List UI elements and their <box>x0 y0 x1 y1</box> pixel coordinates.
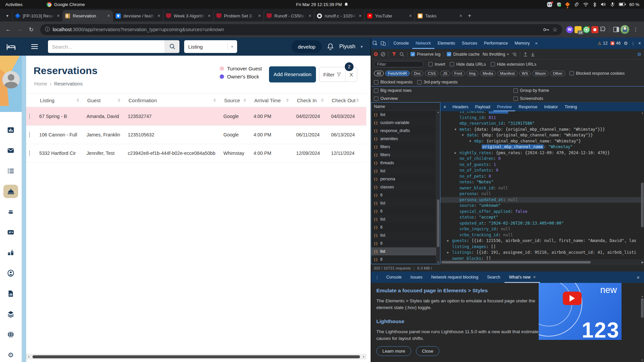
sidebar-item-city[interactable] <box>3 246 18 259</box>
filter-chip[interactable]: WS <box>519 71 531 76</box>
scrollbar-thumb[interactable] <box>641 298 644 318</box>
filter-chip[interactable]: Fetch/XHR <box>385 71 410 76</box>
browser-tab[interactable]: Problem Set 3 - CS × <box>213 10 264 21</box>
search-button[interactable] <box>165 40 179 53</box>
request-row[interactable]: {} amenities <box>371 135 436 143</box>
row-checkbox[interactable] <box>29 113 30 119</box>
expand-icon[interactable]: ▼ <box>454 127 460 133</box>
request-row[interactable]: {} list <box>371 199 436 207</box>
browser-tab[interactable]: [FP-1013] Reservat × <box>12 10 62 21</box>
tab-close-icon[interactable]: × <box>57 13 60 18</box>
browser-tab[interactable]: YouTube × <box>364 10 415 21</box>
request-row[interactable]: {} list <box>371 247 436 255</box>
whats-new-scrollbar[interactable]: ▲ ▼ <box>640 294 644 362</box>
tab-close-icon[interactable]: × <box>359 13 362 18</box>
volume-icon[interactable] <box>601 2 606 7</box>
tab-close-icon[interactable]: × <box>258 13 261 18</box>
address-bar[interactable]: ⓘ localhost:3000/app/reservations?reserv… <box>40 24 562 35</box>
detail-tab[interactable]: Initiator <box>541 102 561 111</box>
name-column-header[interactable]: Name <box>371 103 440 111</box>
json-line[interactable]: ▼mbp: {original_mbp_channel_name: "Whims… <box>440 138 644 144</box>
throttling-select[interactable]: No throttling▾ <box>483 52 509 57</box>
battery-icon[interactable] <box>619 3 625 6</box>
devtools-menu-kebab-icon[interactable]: ⋮ <box>631 41 635 46</box>
expand-icon[interactable]: ▶ <box>447 250 452 256</box>
filter-chip[interactable]: Wasm <box>532 71 548 76</box>
whats-new-heading[interactable]: Emulate a focused page in Elements > Sty… <box>376 288 488 294</box>
table-row[interactable]: 106 Cannon - Full James, Franklin 123510… <box>26 126 366 144</box>
json-line[interactable]: status: "accept" <box>440 215 644 221</box>
sort-icon[interactable] <box>321 99 324 102</box>
table-row[interactable]: 5332 Hartford Cir Jennifer, Test c23942e… <box>26 144 366 163</box>
site-info-icon[interactable]: ⓘ <box>45 26 50 33</box>
column-header[interactable]: Guest <box>87 98 128 103</box>
json-line[interactable]: listing_images: [] <box>440 244 644 250</box>
drawer-menu-kebab-icon[interactable]: ⋮ <box>371 275 382 280</box>
back-button[interactable]: ← <box>3 24 13 35</box>
devtools-tab[interactable]: Elements <box>434 38 459 49</box>
alert-diamond-icon[interactable] <box>565 2 570 7</box>
filter-chip[interactable]: Manifest <box>497 71 517 76</box>
filter-chip[interactable]: Other <box>550 71 565 76</box>
scroll-up-icon[interactable]: ▲ <box>437 111 439 113</box>
tab-close-icon[interactable]: × <box>158 13 160 18</box>
expand-icon[interactable]: ▼ <box>462 132 467 138</box>
hide-data-urls-checkbox[interactable]: Hide data URLs <box>450 62 486 67</box>
json-horizontal-scrollbar[interactable]: ▶ <box>440 260 644 264</box>
json-line[interactable]: owner_block_id: null <box>440 185 644 191</box>
blocked-requests-checkbox[interactable]: Blocked requests <box>374 80 413 84</box>
drawer-tab[interactable]: Network request blocking× <box>427 272 483 283</box>
sidebar-item-mail[interactable] <box>3 144 18 157</box>
json-line[interactable]: special_offer_applied: false <box>440 209 644 215</box>
reload-button[interactable]: ↻ <box>26 24 36 35</box>
paperclip-icon[interactable] <box>574 2 579 7</box>
scrollbar-thumb[interactable] <box>33 355 360 358</box>
request-list-scrollbar[interactable]: ▲ ▼ <box>436 111 440 264</box>
request-row[interactable]: {} list <box>371 231 436 239</box>
extension-red-icon[interactable] <box>591 26 598 33</box>
clock-button[interactable]: Fri Mar 29 12:15:39 PM <box>296 0 348 9</box>
column-header[interactable]: Check Out <box>331 98 366 103</box>
json-line[interactable]: original_mbp_channel_name: "Whimstay" <box>440 144 644 150</box>
import-har-icon[interactable] <box>523 52 528 57</box>
big-request-rows-checkbox[interactable]: Big request rows <box>374 88 412 93</box>
json-line[interactable]: notes: "Notes" <box>440 179 644 185</box>
json-vertical-scrollbar[interactable]: ▲ <box>640 111 644 260</box>
request-row[interactable]: {} list <box>371 111 436 119</box>
json-line[interactable]: no_of_guests: 1 <box>440 162 644 168</box>
sort-icon[interactable] <box>244 99 246 102</box>
sort-icon[interactable] <box>286 99 289 102</box>
filter-chip[interactable]: Img <box>467 71 478 76</box>
search-input[interactable] <box>48 40 165 53</box>
drawer-close-icon[interactable]: × <box>637 275 644 280</box>
browser-tab[interactable]: Reservation × <box>62 10 113 21</box>
column-header[interactable]: Check In <box>296 98 331 103</box>
sidebar-item-analytics[interactable] <box>3 123 18 137</box>
devtools-tab[interactable]: Sources <box>459 38 481 49</box>
json-line[interactable]: no_of_infants: 0 <box>440 168 644 174</box>
disable-cache-checkbox[interactable]: Disable cache <box>447 52 480 57</box>
errors-indicator[interactable]: 46 <box>610 41 621 46</box>
notifications-bell-icon[interactable] <box>327 43 334 50</box>
filter-chip[interactable]: Font <box>452 71 465 76</box>
sidebar-item-reservations[interactable] <box>3 185 18 198</box>
scrollbar-thumb[interactable] <box>641 183 644 227</box>
json-line[interactable]: persona: null <box>440 191 644 197</box>
sort-icon[interactable] <box>356 99 359 102</box>
json-line[interactable]: updated_at: "2024-02-26T20:28:13.405+00:… <box>440 221 644 227</box>
request-row[interactable]: {} list <box>371 167 436 175</box>
extension-notes-icon[interactable]: 18 <box>575 26 582 33</box>
bluetooth-icon[interactable] <box>593 2 596 7</box>
request-row[interactable]: {} 6 <box>371 207 436 215</box>
json-line[interactable]: ▼data: {mbp: {original_mbp_channel_name:… <box>440 132 644 138</box>
browser-tab[interactable]: Week 3 Algorithms × <box>163 10 213 21</box>
filter-chip[interactable]: Media <box>480 71 496 76</box>
profile-avatar[interactable] <box>621 25 629 34</box>
filter-funnel-icon[interactable] <box>392 52 396 56</box>
filter-chip[interactable]: All <box>374 71 384 76</box>
expand-icon[interactable]: ▼ <box>469 138 474 144</box>
sidebar-item-profile[interactable] <box>3 266 18 280</box>
third-party-checkbox[interactable]: 3rd-party requests <box>417 80 458 84</box>
browser-tab[interactable]: Runoff - CS50x 202 × <box>264 10 314 21</box>
scroll-up-icon[interactable]: ▲ <box>641 112 644 114</box>
